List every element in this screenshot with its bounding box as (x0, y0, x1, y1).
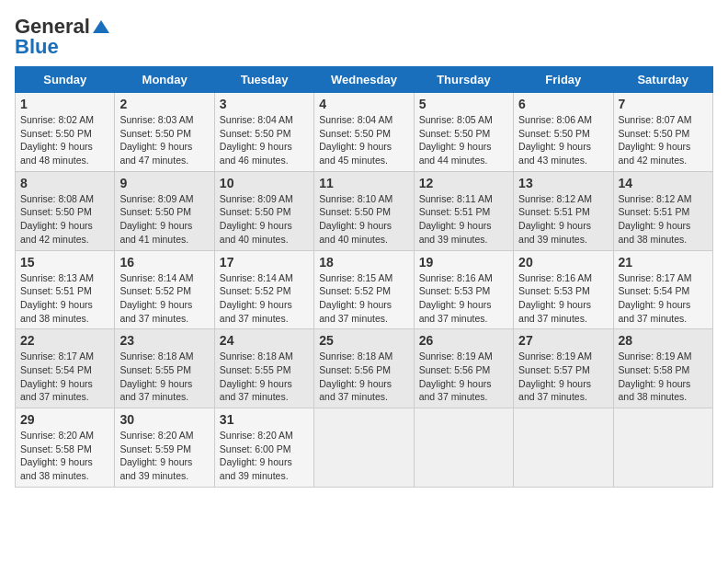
day-number: 12 (419, 176, 508, 190)
sunrise-info: Sunrise: 8:02 AMSunset: 5:50 PMDaylight:… (20, 114, 94, 166)
calendar-cell: 22 Sunrise: 8:17 AMSunset: 5:54 PMDaylig… (16, 329, 115, 408)
sunrise-info: Sunrise: 8:03 AMSunset: 5:50 PMDaylight:… (119, 114, 193, 166)
day-number: 27 (518, 333, 608, 348)
calendar-cell: 26 Sunrise: 8:19 AMSunset: 5:56 PMDaylig… (414, 329, 513, 408)
sunrise-info: Sunrise: 8:16 AMSunset: 5:53 PMDaylight:… (518, 272, 592, 324)
day-number: 1 (20, 97, 109, 111)
calendar-cell: 15 Sunrise: 8:13 AMSunset: 5:51 PMDaylig… (16, 250, 115, 329)
day-number: 28 (619, 333, 708, 348)
calendar-cell: 20 Sunrise: 8:16 AMSunset: 5:53 PMDaylig… (514, 250, 613, 329)
week-row-5: 29 Sunrise: 8:20 AMSunset: 5:58 PMDaylig… (16, 408, 713, 488)
logo-blue: Blue (15, 35, 59, 59)
calendar-cell: 5 Sunrise: 8:05 AMSunset: 5:50 PMDayligh… (414, 93, 513, 172)
sunrise-info: Sunrise: 8:18 AMSunset: 5:55 PMDaylight:… (220, 350, 293, 402)
calendar-cell: 31 Sunrise: 8:20 AMSunset: 6:00 PMDaylig… (214, 408, 313, 488)
sunrise-info: Sunrise: 8:11 AMSunset: 5:51 PMDaylight:… (419, 193, 493, 245)
calendar-cell: 19 Sunrise: 8:16 AMSunset: 5:53 PMDaylig… (414, 250, 513, 329)
day-number: 17 (220, 255, 309, 270)
calendar-cell: 17 Sunrise: 8:14 AMSunset: 5:52 PMDaylig… (214, 250, 313, 329)
day-number: 9 (119, 176, 209, 190)
sunrise-info: Sunrise: 8:05 AMSunset: 5:50 PMDaylight:… (419, 114, 493, 166)
calendar-cell: 16 Sunrise: 8:14 AMSunset: 5:52 PMDaylig… (115, 250, 214, 329)
calendar-cell: 21 Sunrise: 8:17 AMSunset: 5:54 PMDaylig… (613, 250, 712, 329)
day-header-saturday: Saturday (613, 67, 712, 93)
calendar-cell: 4 Sunrise: 8:04 AMSunset: 5:50 PMDayligh… (314, 93, 414, 172)
day-header-friday: Friday (514, 67, 613, 93)
calendar-cell: 14 Sunrise: 8:12 AMSunset: 5:51 PMDaylig… (613, 171, 712, 250)
day-number: 26 (419, 333, 508, 348)
logo: General Blue (15, 15, 112, 59)
calendar-cell: 28 Sunrise: 8:19 AMSunset: 5:58 PMDaylig… (613, 329, 712, 408)
calendar-cell: 29 Sunrise: 8:20 AMSunset: 5:58 PMDaylig… (16, 408, 115, 488)
day-number: 5 (419, 97, 508, 111)
calendar-cell: 13 Sunrise: 8:12 AMSunset: 5:51 PMDaylig… (514, 171, 613, 250)
week-row-4: 22 Sunrise: 8:17 AMSunset: 5:54 PMDaylig… (16, 329, 713, 408)
sunrise-info: Sunrise: 8:10 AMSunset: 5:50 PMDaylight:… (319, 193, 392, 245)
day-number: 2 (119, 97, 209, 111)
day-number: 3 (220, 97, 309, 111)
calendar-cell (314, 408, 414, 488)
day-header-monday: Monday (115, 67, 214, 93)
calendar-cell: 9 Sunrise: 8:09 AMSunset: 5:50 PMDayligh… (115, 171, 214, 250)
calendar-cell: 18 Sunrise: 8:15 AMSunset: 5:52 PMDaylig… (314, 250, 414, 329)
sunrise-info: Sunrise: 8:19 AMSunset: 5:56 PMDaylight:… (419, 350, 493, 402)
sunrise-info: Sunrise: 8:12 AMSunset: 5:51 PMDaylight:… (518, 193, 592, 245)
calendar-cell (414, 408, 513, 488)
sunrise-info: Sunrise: 8:17 AMSunset: 5:54 PMDaylight:… (619, 272, 692, 324)
calendar-table: SundayMondayTuesdayWednesdayThursdayFrid… (15, 66, 713, 488)
day-number: 24 (220, 333, 309, 348)
day-header-tuesday: Tuesday (214, 67, 313, 93)
calendar-cell: 10 Sunrise: 8:09 AMSunset: 5:50 PMDaylig… (214, 171, 313, 250)
sunrise-info: Sunrise: 8:09 AMSunset: 5:50 PMDaylight:… (119, 193, 193, 245)
sunrise-info: Sunrise: 8:09 AMSunset: 5:50 PMDaylight:… (220, 193, 293, 245)
week-row-2: 8 Sunrise: 8:08 AMSunset: 5:50 PMDayligh… (16, 171, 713, 250)
calendar-cell: 1 Sunrise: 8:02 AMSunset: 5:50 PMDayligh… (16, 93, 115, 172)
svg-marker-0 (93, 20, 109, 33)
calendar-cell: 27 Sunrise: 8:19 AMSunset: 5:57 PMDaylig… (514, 329, 613, 408)
calendar-cell: 24 Sunrise: 8:18 AMSunset: 5:55 PMDaylig… (214, 329, 313, 408)
calendar-cell (514, 408, 613, 488)
sunrise-info: Sunrise: 8:15 AMSunset: 5:52 PMDaylight:… (319, 272, 392, 324)
day-number: 30 (119, 412, 209, 427)
sunrise-info: Sunrise: 8:08 AMSunset: 5:50 PMDaylight:… (20, 193, 94, 245)
day-number: 21 (619, 255, 708, 270)
day-header-sunday: Sunday (16, 67, 115, 93)
sunrise-info: Sunrise: 8:18 AMSunset: 5:55 PMDaylight:… (119, 350, 193, 402)
day-number: 23 (119, 333, 209, 348)
sunrise-info: Sunrise: 8:06 AMSunset: 5:50 PMDaylight:… (518, 114, 592, 166)
day-number: 18 (319, 255, 408, 270)
calendar-cell: 23 Sunrise: 8:18 AMSunset: 5:55 PMDaylig… (115, 329, 214, 408)
week-row-3: 15 Sunrise: 8:13 AMSunset: 5:51 PMDaylig… (16, 250, 713, 329)
calendar-cell: 30 Sunrise: 8:20 AMSunset: 5:59 PMDaylig… (115, 408, 214, 488)
sunrise-info: Sunrise: 8:19 AMSunset: 5:57 PMDaylight:… (518, 350, 592, 402)
calendar-cell: 8 Sunrise: 8:08 AMSunset: 5:50 PMDayligh… (16, 171, 115, 250)
day-header-thursday: Thursday (414, 67, 513, 93)
calendar-cell: 3 Sunrise: 8:04 AMSunset: 5:50 PMDayligh… (214, 93, 313, 172)
day-number: 31 (220, 412, 309, 427)
day-number: 10 (220, 176, 309, 190)
day-number: 6 (518, 97, 608, 111)
day-number: 8 (20, 176, 109, 190)
calendar-cell: 12 Sunrise: 8:11 AMSunset: 5:51 PMDaylig… (414, 171, 513, 250)
sunrise-info: Sunrise: 8:07 AMSunset: 5:50 PMDaylight:… (619, 114, 692, 166)
sunrise-info: Sunrise: 8:20 AMSunset: 5:59 PMDaylight:… (119, 430, 193, 481)
day-number: 29 (20, 412, 109, 427)
day-number: 4 (319, 97, 408, 111)
sunrise-info: Sunrise: 8:18 AMSunset: 5:56 PMDaylight:… (319, 350, 392, 402)
day-number: 25 (319, 333, 408, 348)
sunrise-info: Sunrise: 8:14 AMSunset: 5:52 PMDaylight:… (119, 272, 193, 324)
day-number: 13 (518, 176, 608, 190)
day-number: 15 (20, 255, 109, 270)
calendar-cell (613, 408, 712, 488)
sunrise-info: Sunrise: 8:04 AMSunset: 5:50 PMDaylight:… (220, 114, 293, 166)
day-number: 14 (619, 176, 708, 190)
sunrise-info: Sunrise: 8:16 AMSunset: 5:53 PMDaylight:… (419, 272, 493, 324)
calendar-cell: 25 Sunrise: 8:18 AMSunset: 5:56 PMDaylig… (314, 329, 414, 408)
calendar-cell: 6 Sunrise: 8:06 AMSunset: 5:50 PMDayligh… (514, 93, 613, 172)
sunrise-info: Sunrise: 8:20 AMSunset: 6:00 PMDaylight:… (220, 430, 293, 481)
calendar-cell: 11 Sunrise: 8:10 AMSunset: 5:50 PMDaylig… (314, 171, 414, 250)
sunrise-info: Sunrise: 8:17 AMSunset: 5:54 PMDaylight:… (20, 350, 94, 402)
day-number: 22 (20, 333, 109, 348)
sunrise-info: Sunrise: 8:20 AMSunset: 5:58 PMDaylight:… (20, 430, 94, 481)
sunrise-info: Sunrise: 8:14 AMSunset: 5:52 PMDaylight:… (220, 272, 293, 324)
